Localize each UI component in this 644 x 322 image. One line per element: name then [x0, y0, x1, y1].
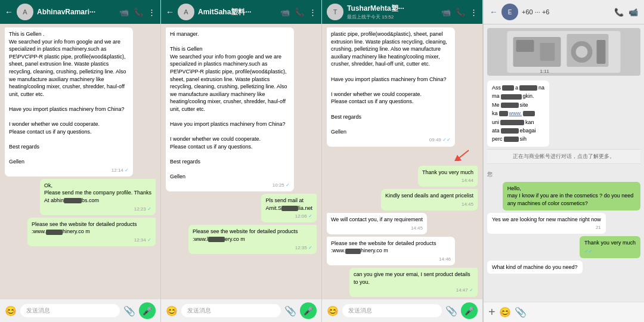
message-input-tusharmehta[interactable]: 发送消息 — [342, 304, 442, 317]
message-input-abhinav[interactable]: 发送消息 — [20, 304, 120, 317]
msg-text: Hi manager. This is Gellen We searched y… — [170, 30, 290, 181]
more-icon[interactable]: ⋮ — [148, 8, 156, 17]
wechat-info-bar[interactable]: 正在与商业帐号进行对话，点击了解更多。 — [487, 149, 640, 164]
wechat-contact-name: +60 ··· +6 — [522, 8, 549, 16]
msg-time-11: 14:46 — [331, 256, 451, 262]
svg-rect-3 — [516, 40, 534, 52]
header-icons-amitsaha: 📹 📞 ⋮ — [280, 8, 317, 17]
wechat-msg-blurred: Assana magkin. Mesite kawww. unikan atae… — [487, 80, 549, 147]
msg-received-1: This is Gellen . We searched your info f… — [5, 27, 133, 177]
contact-name-abhinav[interactable]: AbhinavRamari··· — [37, 8, 116, 16]
wechat-sender-label: 您 — [487, 168, 493, 178]
wechat-attach-icon[interactable]: 📎 — [515, 306, 527, 318]
contact-subtitle-tusharmehta: 最后上线于今天 15:52 — [347, 14, 438, 20]
attach-icon-3[interactable]: 📎 — [445, 305, 457, 317]
msg-received-2: Hi manager. This is Gellen We searched y… — [166, 27, 294, 191]
chat-header-abhinav: ← A AbhinavRamari··· 📹 📞 ⋮ — [0, 0, 160, 24]
msg-text: Kindly send deails and agent pricelist — [385, 192, 473, 200]
msg-sent-3: Pls send mail at Amit.Slia.net 12:06 ✓ — [261, 194, 317, 222]
wechat-panel: ← E +60 ··· +6 📞 📹 1:11 As — [483, 0, 644, 322]
chat-footer-amitsaha: 😊 发送消息 📎 🎤 — [161, 299, 321, 322]
avatar-abhinav: A — [17, 4, 33, 20]
emoji-icon[interactable]: 😊 — [5, 305, 17, 317]
msg-text: This is Gellen . We searched your info f… — [9, 30, 129, 166]
msg-sent-4: Please see the website for detailed prod… — [188, 225, 317, 253]
msg-text: Thank you very much — [422, 169, 473, 177]
wechat-msg-whatkind: What kind of machine do you need? — [487, 261, 583, 274]
chat-header-amitsaha: ← A AmitSaha塑料··· 📹 📞 ⋮ — [161, 0, 321, 24]
msg-time-3: 12:34 ✓ — [32, 237, 151, 243]
chat-footer-abhinav: 😊 发送消息 📎 🎤 — [0, 299, 160, 322]
wechat-plus-button[interactable]: + — [488, 305, 496, 319]
wechat-footer: + 😊 📎 — [484, 302, 644, 322]
mic-button-abhinav[interactable]: 🎤 — [139, 302, 156, 319]
msg-time-4: 10:25 ✓ — [170, 182, 290, 188]
chat-body-amitsaha: Hi manager. This is Gellen We searched y… — [161, 24, 321, 299]
mic-button-tusharmehta[interactable]: 🎤 — [461, 302, 478, 319]
msg-time-9: 14:45 — [385, 201, 473, 208]
msg-text: We will contact you, if any requirement — [331, 216, 423, 224]
svg-rect-4 — [540, 43, 555, 61]
wechat-body: 1:11 Assana magkin. Mesite kawww. unikan… — [484, 24, 644, 302]
msg-text: Please see the website for detailed prod… — [331, 240, 451, 255]
msg-text: Please see the website for detailed prod… — [32, 221, 151, 236]
wechat-msg-looking: Yes we are looking for new machine right… — [487, 213, 606, 234]
chat-body-abhinav: This is Gellen . We searched your info f… — [0, 24, 160, 299]
whatsapp-panel-tusharmehta: T TusharMehta塑··· 最后上线于今天 15:52 📹 📞 ⋮ pl… — [322, 0, 483, 322]
msg-text: Please see the website for detailed prod… — [193, 228, 312, 243]
msg-text: Yes we are looking for new machine right… — [492, 216, 601, 224]
emoji-icon-3[interactable]: 😊 — [327, 305, 339, 317]
mic-button-amitsaha[interactable]: 🎤 — [300, 302, 317, 319]
msg-time-6: 12:35 ✓ — [193, 244, 312, 251]
msg-sent-5: Thank you very much 14:44 — [418, 166, 478, 187]
attach-icon-2[interactable]: 📎 — [284, 305, 296, 317]
svg-text:1:11: 1:11 — [540, 69, 550, 74]
contact-name-amitsaha[interactable]: AmitSaha塑料··· — [198, 7, 277, 17]
chat-body-tusharmehta: plastic pipe, profile(wood&plastic), she… — [322, 24, 482, 299]
video-icon[interactable]: 📹 — [280, 8, 290, 17]
emoji-icon-2[interactable]: 😊 — [166, 305, 178, 317]
msg-time-8: 14:44 — [422, 177, 473, 184]
phone-icon-3[interactable]: 📞 — [456, 8, 465, 17]
chat-header-tusharmehta: T TusharMehta塑··· 最后上线于今天 15:52 📹 📞 ⋮ — [322, 0, 482, 24]
attach-icon[interactable]: 📎 — [123, 305, 135, 317]
wechat-back-icon[interactable]: ← — [490, 7, 498, 17]
message-input-amitsaha[interactable]: 发送消息 — [181, 304, 281, 317]
whatsapp-panel-amitsaha: ← A AmitSaha塑料··· 📹 📞 ⋮ Hi manager. This… — [161, 0, 322, 322]
contact-name-tusharmehta[interactable]: TusharMehta塑··· — [347, 4, 438, 14]
wechat-product-image: 1:11 — [487, 28, 640, 76]
header-icons-abhinav: 📹 📞 ⋮ — [119, 8, 156, 17]
msg-received-3: plastic pipe, profile(wood&plastic), she… — [327, 27, 455, 147]
back-button-abhinav[interactable]: ← — [5, 7, 13, 17]
msg-text: plastic pipe, profile(wood&plastic), she… — [331, 30, 451, 135]
msg-text: Ok, Please send me the company profile. … — [44, 182, 151, 205]
svg-rect-7 — [597, 40, 606, 64]
msg-sent-7: can you give me your emai, I sent produc… — [349, 268, 478, 296]
msg-text: Pls send mail at Amit.Slia.net — [265, 197, 312, 212]
msg-time-2: 12:23 ✓ — [44, 206, 151, 212]
header-icons-tusharmehta: 📹 📞 ⋮ — [441, 8, 478, 17]
msg-sent-6: Kindly send deails and agent pricelist 1… — [381, 189, 478, 210]
wechat-msg-hello: Hello, may I know if you are in the cosm… — [503, 182, 640, 210]
more-icon[interactable]: ⋮ — [309, 8, 317, 17]
phone-icon[interactable]: 📞 — [295, 8, 304, 17]
msg-time-10: 14:45 — [331, 225, 423, 231]
avatar-tusharmehta: T — [327, 4, 343, 20]
video-icon-3[interactable]: 📹 — [441, 8, 451, 17]
msg-text: Hello, may I know if you are in the cosm… — [507, 185, 636, 208]
msg-sent-1: Ok, Please send me the company profile. … — [40, 179, 156, 215]
chat-footer-tusharmehta: 😊 发送消息 📎 🎤 — [322, 299, 482, 322]
wechat-video-icon[interactable]: 📹 — [628, 8, 638, 17]
arrow-indicator — [454, 149, 472, 163]
msg-time-12: 14:47 ✓ — [354, 287, 473, 293]
msg-received-5: Please see the website for detailed prod… — [327, 237, 455, 265]
wechat-call-icon[interactable]: 📞 — [614, 8, 624, 17]
phone-icon[interactable]: 📞 — [134, 8, 143, 17]
wechat-msg-time-1: 21 — [492, 224, 601, 231]
msg-text: Thank you very much — [584, 239, 636, 247]
msg-text: What kind of machine do you need? — [492, 264, 578, 271]
back-button-amitsaha[interactable]: ← — [166, 7, 174, 17]
video-icon[interactable]: 📹 — [119, 8, 129, 17]
wechat-emoji-icon[interactable]: 😊 — [499, 306, 511, 318]
more-icon-3[interactable]: ⋮ — [470, 8, 478, 17]
